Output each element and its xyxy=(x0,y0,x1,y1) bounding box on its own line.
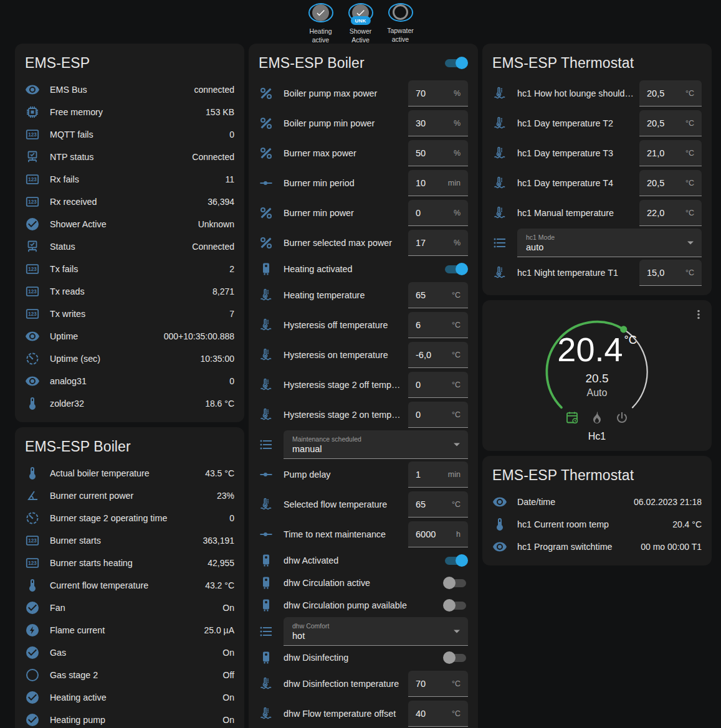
more-options-icon[interactable] xyxy=(692,308,705,321)
entity-row[interactable]: 123Tx reads8,271 xyxy=(25,280,234,303)
entity-row[interactable]: Selected flow temperature65°C xyxy=(259,489,468,519)
entity-row[interactable]: Actual boiler temperature43.5 °C xyxy=(25,462,234,485)
entity-row[interactable]: hc1 Manual temperature22,0°C xyxy=(492,198,702,228)
heat-mode-icon[interactable] xyxy=(590,410,604,425)
entity-name: Heating active xyxy=(50,693,222,702)
entity-row[interactable]: hc1 Day temperature T220,5°C xyxy=(492,108,702,138)
entity-row[interactable]: Heating temperature65°C xyxy=(259,280,468,310)
number-input[interactable]: 20,5°C xyxy=(639,170,702,196)
entity-row[interactable]: Burner current power23% xyxy=(25,485,234,507)
entity-row[interactable]: hc1 How hot lounge should…20,5°C xyxy=(492,78,702,108)
entity-row[interactable]: Date/time06.02.2023 21:18 xyxy=(492,491,702,513)
entity-row[interactable]: Heating activeOn xyxy=(25,686,234,709)
entity-row[interactable]: Heating pumpOn xyxy=(25,709,234,728)
entity-row[interactable]: Hysteresis stage 2 off temp…0°C xyxy=(259,370,468,400)
toggle-switch[interactable] xyxy=(443,263,468,275)
entity-row[interactable]: dhw Flow temperature offset40°C xyxy=(259,699,468,728)
entity-row[interactable]: Shower ActiveUnknown xyxy=(25,213,234,235)
entity-row[interactable]: hc1 Current room temp20.4 °C xyxy=(492,513,702,536)
entity-row[interactable]: Hysteresis off temperature6°C xyxy=(259,310,468,340)
entity-row[interactable]: hc1 Day temperature T420,5°C xyxy=(492,168,702,198)
number-input[interactable]: 65°C xyxy=(408,282,468,308)
entity-row[interactable]: 123MQTT fails0 xyxy=(25,123,234,146)
entity-row[interactable]: dhw Disinfecting xyxy=(259,646,468,669)
number-input[interactable]: 0°C xyxy=(408,402,468,428)
entity-row[interactable]: Burner min period10min xyxy=(259,168,468,198)
auto-mode-icon[interactable] xyxy=(565,410,580,425)
number-input[interactable]: 10min xyxy=(408,170,468,196)
number-input[interactable]: 20,5°C xyxy=(639,80,702,106)
temperature-dial[interactable]: 20.4°C 20.5 Auto xyxy=(533,311,661,410)
number-input[interactable]: 17% xyxy=(408,230,468,256)
entity-row[interactable]: StatusConnected xyxy=(25,235,234,258)
number-input[interactable]: -6,0°C xyxy=(408,342,468,368)
entity-row[interactable]: Burner stage 2 operating time0 xyxy=(25,507,234,529)
entity-row[interactable]: Boiler pump max power70% xyxy=(259,78,468,108)
status-badge[interactable]: Tapwater active xyxy=(382,3,419,44)
entity-row[interactable]: analog310 xyxy=(25,370,234,392)
entity-row[interactable]: dhw Circulation active xyxy=(259,572,468,594)
entity-row[interactable]: Boiler pump min power30% xyxy=(259,108,468,138)
entity-row[interactable]: Flame current25.0 µA xyxy=(25,619,234,641)
entity-row[interactable]: hc1 Day temperature T321,0°C xyxy=(492,138,702,168)
card-toggle[interactable] xyxy=(443,57,468,69)
number-input[interactable]: 40°C xyxy=(408,701,468,727)
entity-row[interactable]: 123Tx fails2 xyxy=(25,258,234,280)
entity-row[interactable]: 123Rx fails11 xyxy=(25,168,234,191)
entity-row[interactable]: Current flow temperature43.2 °C xyxy=(25,574,234,597)
entity-row[interactable]: Hysteresis stage 2 on temp…0°C xyxy=(259,400,468,430)
number-input[interactable]: 1min xyxy=(408,461,468,488)
select-input[interactable]: Maintenance scheduledmanual xyxy=(284,430,468,459)
entity-row[interactable]: Free memory153 KB xyxy=(25,101,234,123)
number-input[interactable]: 6000h xyxy=(408,521,468,547)
entity-row[interactable]: zolder3218.6 °C xyxy=(25,392,234,415)
toggle-switch[interactable] xyxy=(443,599,468,612)
toggle-switch[interactable] xyxy=(443,651,468,664)
entity-row[interactable]: hc1 Program switchtime00 mo 00:00 T1 xyxy=(492,536,702,558)
number-input[interactable]: 50% xyxy=(408,140,468,166)
toggle-switch[interactable] xyxy=(443,554,468,567)
entity-row[interactable]: Burner selected max power17% xyxy=(259,228,468,258)
entity-row[interactable]: Maintenance scheduledmanual xyxy=(259,430,468,460)
number-input[interactable]: 65°C xyxy=(408,491,468,518)
entity-row[interactable]: Uptime (sec)10:35:00 xyxy=(25,347,234,370)
entity-row[interactable]: EMS Busconnected xyxy=(25,78,234,101)
entity-row[interactable]: 123Burner starts363,191 xyxy=(25,529,234,552)
entity-row[interactable]: dhw Comforthot xyxy=(259,617,468,646)
entity-row[interactable]: GasOn xyxy=(25,641,234,664)
entity-row[interactable]: 123Tx writes7 xyxy=(25,303,234,325)
select-input[interactable]: dhw Comforthot xyxy=(284,617,468,646)
entity-row[interactable]: NTP statusConnected xyxy=(25,146,234,168)
status-badge[interactable]: Heating active xyxy=(302,3,340,44)
select-input[interactable]: hc1 Modeauto xyxy=(517,229,702,257)
entity-row[interactable]: Pump delay1min xyxy=(259,460,468,489)
number-input[interactable]: 21,0°C xyxy=(639,140,702,166)
entity-row[interactable]: hc1 Night temperature T115,0°C xyxy=(492,258,702,288)
number-input[interactable]: 15,0°C xyxy=(639,260,702,286)
entity-row[interactable]: Time to next maintenance6000h xyxy=(259,519,468,549)
status-badge[interactable]: UNKShower Active xyxy=(342,3,380,44)
number-input[interactable]: 20,5°C xyxy=(639,110,702,136)
entity-row[interactable]: Burner max power50% xyxy=(259,138,468,168)
toggle-switch[interactable] xyxy=(443,577,468,589)
entity-row[interactable]: FanOn xyxy=(25,597,234,619)
number-input[interactable]: 0°C xyxy=(408,372,468,398)
entity-row[interactable]: 123Rx received36,394 xyxy=(25,191,234,213)
number-input[interactable]: 30% xyxy=(408,110,468,136)
number-input[interactable]: 70% xyxy=(408,80,468,106)
number-input[interactable]: 22,0°C xyxy=(639,200,702,226)
entity-row[interactable]: Gas stage 2Off xyxy=(25,664,234,686)
entity-row[interactable]: 123Burner starts heating42,955 xyxy=(25,552,234,574)
entity-row[interactable]: dhw Circulation pump available xyxy=(259,594,468,617)
entity-row[interactable]: Hysteresis on temperature-6,0°C xyxy=(259,340,468,370)
number-input[interactable]: 0% xyxy=(408,200,468,226)
entity-row[interactable]: hc1 Modeauto xyxy=(492,228,702,258)
entity-row[interactable]: Uptime000+10:35:00.888 xyxy=(25,325,234,347)
entity-row[interactable]: dhw Activated xyxy=(259,549,468,572)
entity-row[interactable]: Heating activated xyxy=(259,258,468,280)
entity-row[interactable]: Burner min power0% xyxy=(259,198,468,228)
number-input[interactable]: 70°C xyxy=(408,671,468,697)
entity-row[interactable]: dhw Disinfection temperature70°C xyxy=(259,669,468,699)
off-mode-icon[interactable] xyxy=(614,410,629,425)
number-input[interactable]: 6°C xyxy=(408,312,468,338)
